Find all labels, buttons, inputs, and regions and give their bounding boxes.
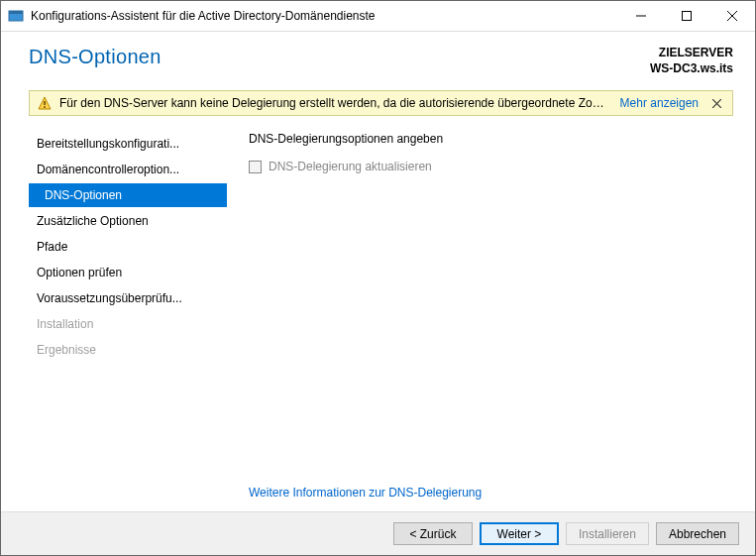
cancel-button[interactable]: Abbrechen	[656, 522, 739, 545]
header: DNS-Optionen ZIELSERVER WS-DC3.ws.its	[1, 32, 755, 90]
back-button[interactable]: < Zurück	[393, 522, 473, 545]
close-button[interactable]	[709, 1, 755, 31]
window-controls	[618, 1, 755, 31]
target-server-label: ZIELSERVER	[650, 46, 733, 61]
step-nav: Bereitstellungskonfigurati...Domänencont…	[29, 126, 227, 511]
more-info-link[interactable]: Weitere Informationen zur DNS-Delegierun…	[249, 486, 733, 500]
svg-point-8	[44, 106, 46, 108]
titlebar: Konfigurations-Assistent für die Active …	[1, 1, 755, 32]
notification-text: Für den DNS-Server kann keine Delegierun…	[59, 96, 610, 110]
minimize-button[interactable]	[618, 1, 664, 31]
svg-rect-1	[9, 11, 23, 14]
notification-close-icon[interactable]	[708, 95, 724, 111]
spacer	[249, 173, 733, 486]
dns-delegation-label: DNS-Delegierung aktualisieren	[269, 160, 432, 173]
install-button: Installieren	[566, 522, 649, 545]
nav-step-1[interactable]: Domänencontrolleroption...	[29, 158, 227, 181]
body: Bereitstellungskonfigurati...Domänencont…	[1, 126, 755, 511]
nav-step-7: Installation	[29, 312, 227, 336]
nav-step-6[interactable]: Voraussetzungsüberprüfu...	[29, 286, 227, 310]
nav-step-8: Ergebnisse	[29, 338, 227, 362]
next-button[interactable]: Weiter >	[480, 522, 559, 545]
maximize-button[interactable]	[664, 1, 709, 31]
target-server-name: WS-DC3.ws.its	[650, 61, 733, 77]
content-heading: DNS-Delegierungsoptionen angeben	[249, 132, 733, 146]
footer: < Zurück Weiter > Installieren Abbrechen	[1, 511, 755, 555]
warning-icon	[38, 96, 52, 110]
dns-delegation-option: DNS-Delegierung aktualisieren	[249, 160, 733, 173]
wizard-window: Konfigurations-Assistent für die Active …	[0, 0, 756, 556]
page-title: DNS-Optionen	[29, 46, 650, 68]
dns-delegation-checkbox	[249, 161, 262, 173]
app-icon	[8, 8, 24, 24]
nav-step-0[interactable]: Bereitstellungskonfigurati...	[29, 132, 227, 156]
svg-rect-3	[683, 12, 692, 21]
nav-step-4[interactable]: Pfade	[29, 235, 227, 259]
notification-more-link[interactable]: Mehr anzeigen	[620, 96, 699, 110]
window-title: Konfigurations-Assistent für die Active …	[31, 9, 618, 23]
nav-step-3[interactable]: Zusätzliche Optionen	[29, 209, 227, 233]
nav-step-2[interactable]: DNS-Optionen	[29, 183, 227, 207]
nav-step-5[interactable]: Optionen prüfen	[29, 261, 227, 284]
target-server-info: ZIELSERVER WS-DC3.ws.its	[650, 46, 733, 76]
content-pane: DNS-Delegierungsoptionen angeben DNS-Del…	[227, 126, 733, 511]
notification-bar: Für den DNS-Server kann keine Delegierun…	[29, 90, 733, 116]
